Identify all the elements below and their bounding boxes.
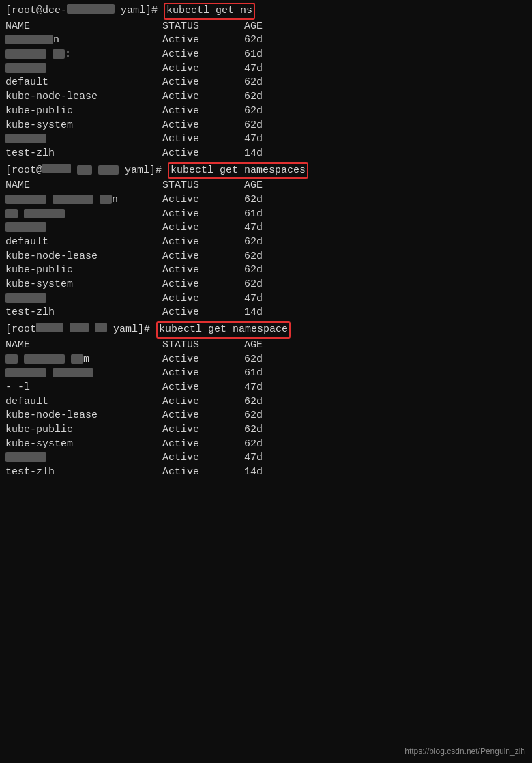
ns-name-3-4: default [5, 395, 162, 409]
ns-name-1-9: test-zlh [5, 147, 162, 161]
ns-row-1-8: Active 47d [5, 132, 527, 147]
ns-age-2-7: 62d [244, 278, 263, 292]
ns-name-2-3 [5, 221, 162, 235]
col-name-3: NAME [5, 339, 162, 353]
ns-row-3-7: kube-system Active 62d [5, 437, 527, 452]
header-row-3: NAME STATUS AGE [5, 339, 527, 353]
prompt-prefix-3: [root [5, 323, 36, 337]
ns-age-1-3: 47d [244, 62, 263, 76]
ns-name-2-8 [5, 292, 162, 306]
ns-age-1-6: 62d [244, 104, 263, 119]
ns-status-2-4: Active [162, 235, 244, 250]
ns-status-1-4: Active [162, 76, 244, 90]
prompt-blurred-3b [70, 323, 89, 332]
ns-status-3-8: Active [162, 451, 244, 465]
col-status-2: STATUS [162, 179, 244, 193]
ns-status-3-5: Active [162, 409, 244, 423]
ns-status-3-1: Active [162, 353, 244, 367]
ns-row-2-8: Active 47d [5, 292, 527, 306]
command-1: kubectl get ns [164, 3, 255, 20]
ns-age-2-8: 47d [244, 292, 263, 306]
ns-row-3-1: m Active 62d [5, 353, 527, 367]
ns-age-3-8: 47d [244, 451, 263, 465]
header-row-2: NAME STATUS AGE [5, 179, 527, 193]
prompt-blurred-3c [95, 323, 107, 332]
prompt-prefix-2: [root@ [5, 164, 42, 178]
ns-name-3-9: test-zlh [5, 465, 162, 480]
ns-row-2-9: test-zlh Active 14d [5, 306, 527, 320]
ns-age-1-1: 62d [244, 33, 263, 48]
ns-age-3-5: 62d [244, 409, 263, 423]
ns-row-1-1: n Active 62d [5, 33, 527, 48]
ns-name-3-8 [5, 451, 162, 465]
ns-status-2-8: Active [162, 292, 244, 306]
prompt-line-2: [root@ yaml]# kubectl get namespaces [5, 162, 527, 179]
ns-status-1-7: Active [162, 119, 244, 133]
ns-row-2-2: Active 61d [5, 207, 527, 222]
ns-name-3-2 [5, 366, 162, 381]
ns-row-3-8: Active 47d [5, 451, 527, 465]
ns-age-1-7: 62d [244, 119, 263, 133]
ns-name-2-7: kube-system [5, 278, 162, 292]
col-name-2: NAME [5, 179, 162, 193]
prompt-blurred-2 [42, 164, 71, 173]
ns-status-3-6: Active [162, 423, 244, 437]
ns-age-3-1: 62d [244, 353, 263, 367]
ns-status-2-1: Active [162, 193, 244, 207]
terminal: [root@dce- yaml]# kubectl get ns NAME ST… [5, 3, 527, 480]
ns-age-2-5: 62d [244, 250, 263, 264]
ns-name-1-8 [5, 132, 162, 147]
ns-name-3-6: kube-public [5, 423, 162, 437]
ns-status-2-7: Active [162, 278, 244, 292]
ns-row-1-2: : Active 61d [5, 48, 527, 62]
ns-status-2-2: Active [162, 207, 244, 222]
ns-age-2-3: 47d [244, 221, 263, 235]
ns-status-2-3: Active [162, 221, 244, 235]
ns-age-2-4: 62d [244, 235, 263, 250]
ns-age-3-4: 62d [244, 395, 263, 409]
command-2: kubectl get namespaces [168, 162, 308, 179]
col-age-3: AGE [244, 339, 263, 353]
col-age-2: AGE [244, 179, 263, 193]
ns-row-1-3: Active 47d [5, 62, 527, 76]
ns-name-1-2: : [5, 48, 162, 62]
ns-row-2-3: Active 47d [5, 221, 527, 235]
col-age-1: AGE [244, 20, 263, 34]
ns-age-3-2: 61d [244, 366, 263, 381]
ns-name-3-7: kube-system [5, 437, 162, 452]
ns-row-1-6: kube-public Active 62d [5, 104, 527, 119]
ns-age-1-4: 62d [244, 76, 263, 90]
prompt-space-3 [63, 323, 70, 337]
ns-row-1-5: kube-node-lease Active 62d [5, 90, 527, 104]
ns-age-3-9: 14d [244, 465, 263, 480]
prompt-line-1: [root@dce- yaml]# kubectl get ns [5, 3, 527, 20]
col-status-1: STATUS [162, 20, 244, 34]
ns-age-3-3: 47d [244, 381, 263, 395]
ns-name-1-6: kube-public [5, 104, 162, 119]
ns-status-3-9: Active [162, 465, 244, 480]
ns-row-1-9: test-zlh Active 14d [5, 147, 527, 161]
section-2: [root@ yaml]# kubectl get namespaces NAM… [5, 162, 527, 321]
ns-status-1-5: Active [162, 90, 244, 104]
ns-name-1-3 [5, 62, 162, 76]
ns-age-1-9: 14d [244, 147, 263, 161]
ns-status-2-5: Active [162, 250, 244, 264]
ns-row-2-6: kube-public Active 62d [5, 263, 527, 278]
prompt-mid-2: yaml]# [71, 164, 168, 178]
ns-name-3-1: m [5, 353, 162, 367]
ns-row-1-7: kube-system Active 62d [5, 119, 527, 133]
section-1: [root@dce- yaml]# kubectl get ns NAME ST… [5, 3, 527, 161]
ns-row-2-4: default Active 62d [5, 235, 527, 250]
ns-status-2-6: Active [162, 263, 244, 278]
section-3: [root yaml]# kubectl get namespace NAME … [5, 321, 527, 480]
ns-status-1-6: Active [162, 104, 244, 119]
ns-name-1-5: kube-node-lease [5, 90, 162, 104]
ns-age-2-2: 61d [244, 207, 263, 222]
ns-age-3-6: 62d [244, 423, 263, 437]
ns-name-3-5: kube-node-lease [5, 409, 162, 423]
ns-age-3-7: 62d [244, 437, 263, 452]
ns-status-1-1: Active [162, 33, 244, 48]
ns-name-2-9: test-zlh [5, 306, 162, 320]
ns-status-1-2: Active [162, 48, 244, 62]
ns-age-2-6: 62d [244, 263, 263, 278]
